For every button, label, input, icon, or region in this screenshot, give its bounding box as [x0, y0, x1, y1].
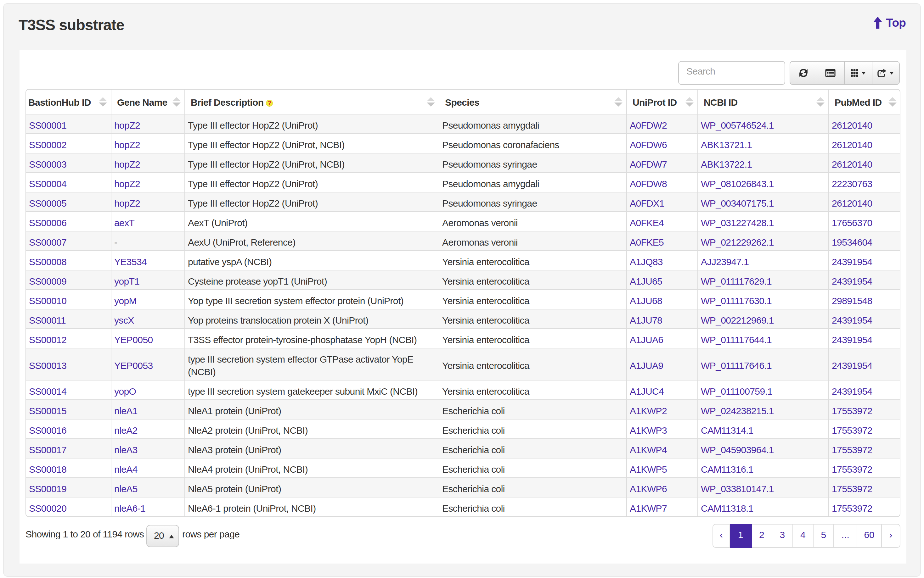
svg-text:?: ?: [268, 100, 271, 106]
